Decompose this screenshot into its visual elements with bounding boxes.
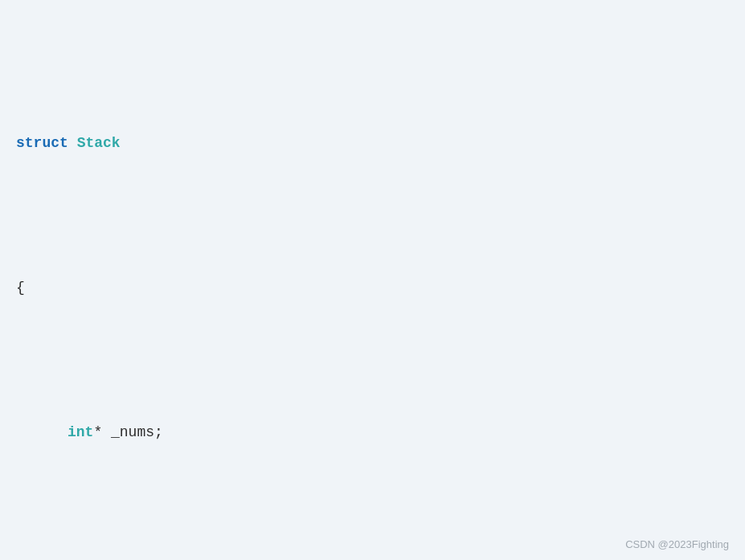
line-3: int* _nums; (16, 418, 729, 447)
kw-int-3: int (68, 418, 93, 447)
rest-3: * _nums; (93, 418, 162, 447)
watermark: CSDN @2023Fighting (625, 538, 729, 550)
brace-open: { (16, 273, 25, 302)
struct-name: Stack (77, 129, 121, 157)
line-1: struct Stack (16, 129, 729, 157)
keyword-struct: struct (16, 129, 68, 157)
line-2: { (16, 273, 729, 302)
code-container: struct Stack { int* _nums; int _top; int… (0, 0, 745, 560)
code-block: struct Stack { int* _nums; int _top; int… (16, 13, 729, 560)
space-1 (68, 129, 77, 157)
